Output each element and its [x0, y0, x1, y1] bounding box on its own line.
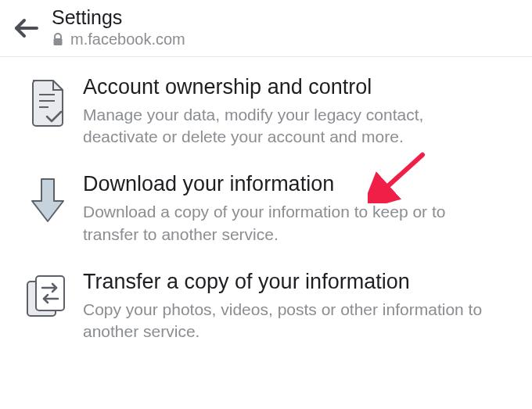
header: Settings m.facebook.com — [0, 0, 532, 57]
transfer-icon — [25, 274, 70, 325]
arrow-left-icon — [13, 17, 40, 42]
row-desc: Copy your photos, videos, posts or other… — [83, 299, 490, 343]
document-check-icon — [28, 79, 67, 131]
row-title: Transfer a copy of your information — [83, 269, 519, 296]
row-title: Account ownership and control — [83, 74, 519, 101]
row-title: Download your information — [83, 171, 519, 198]
row-transfer-copy[interactable]: Transfer a copy of your information Copy… — [13, 252, 519, 349]
svg-rect-1 — [54, 38, 63, 45]
settings-list: Account ownership and control Manage you… — [0, 57, 532, 349]
row-desc: Manage your data, modify your legacy con… — [83, 104, 490, 149]
row-account-ownership[interactable]: Account ownership and control Manage you… — [13, 57, 519, 154]
back-button[interactable] — [9, 13, 44, 47]
url-text: m.facebook.com — [70, 30, 185, 48]
row-desc: Download a copy of your information to k… — [83, 201, 490, 246]
page-title: Settings — [52, 6, 185, 29]
lock-icon — [52, 33, 64, 47]
row-download-info[interactable]: Download your information Download a cop… — [13, 154, 519, 251]
url-bar: m.facebook.com — [52, 30, 185, 48]
download-arrow-icon — [29, 176, 66, 229]
svg-rect-6 — [36, 276, 64, 310]
